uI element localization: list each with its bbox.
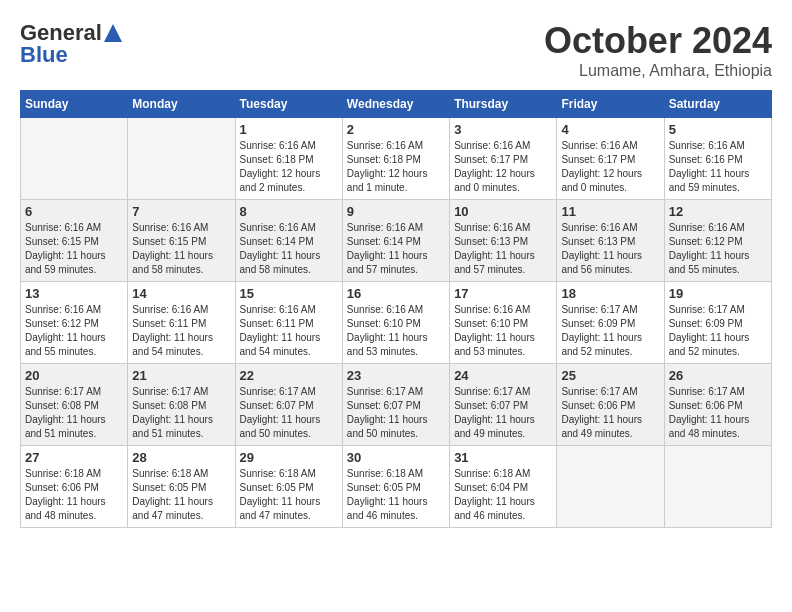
day-info: Sunrise: 6:16 AM Sunset: 6:14 PM Dayligh…: [240, 221, 338, 277]
day-number: 20: [25, 368, 123, 383]
calendar-cell: [557, 446, 664, 528]
calendar-cell: 10Sunrise: 6:16 AM Sunset: 6:13 PM Dayli…: [450, 200, 557, 282]
day-info: Sunrise: 6:16 AM Sunset: 6:12 PM Dayligh…: [669, 221, 767, 277]
header-friday: Friday: [557, 91, 664, 118]
day-number: 25: [561, 368, 659, 383]
calendar-cell: 16Sunrise: 6:16 AM Sunset: 6:10 PM Dayli…: [342, 282, 449, 364]
calendar-cell: 20Sunrise: 6:17 AM Sunset: 6:08 PM Dayli…: [21, 364, 128, 446]
day-info: Sunrise: 6:17 AM Sunset: 6:08 PM Dayligh…: [25, 385, 123, 441]
calendar-week-row: 20Sunrise: 6:17 AM Sunset: 6:08 PM Dayli…: [21, 364, 772, 446]
day-number: 6: [25, 204, 123, 219]
day-info: Sunrise: 6:17 AM Sunset: 6:07 PM Dayligh…: [347, 385, 445, 441]
day-number: 14: [132, 286, 230, 301]
calendar-cell: [664, 446, 771, 528]
calendar-table: Sunday Monday Tuesday Wednesday Thursday…: [20, 90, 772, 528]
day-number: 18: [561, 286, 659, 301]
calendar-cell: 23Sunrise: 6:17 AM Sunset: 6:07 PM Dayli…: [342, 364, 449, 446]
calendar-cell: 13Sunrise: 6:16 AM Sunset: 6:12 PM Dayli…: [21, 282, 128, 364]
calendar-cell: 7Sunrise: 6:16 AM Sunset: 6:15 PM Daylig…: [128, 200, 235, 282]
day-info: Sunrise: 6:16 AM Sunset: 6:18 PM Dayligh…: [240, 139, 338, 195]
day-info: Sunrise: 6:17 AM Sunset: 6:08 PM Dayligh…: [132, 385, 230, 441]
day-number: 16: [347, 286, 445, 301]
day-info: Sunrise: 6:17 AM Sunset: 6:06 PM Dayligh…: [561, 385, 659, 441]
calendar-cell: 14Sunrise: 6:16 AM Sunset: 6:11 PM Dayli…: [128, 282, 235, 364]
day-info: Sunrise: 6:16 AM Sunset: 6:14 PM Dayligh…: [347, 221, 445, 277]
location-title: Lumame, Amhara, Ethiopia: [544, 62, 772, 80]
calendar-cell: 12Sunrise: 6:16 AM Sunset: 6:12 PM Dayli…: [664, 200, 771, 282]
calendar-cell: 25Sunrise: 6:17 AM Sunset: 6:06 PM Dayli…: [557, 364, 664, 446]
day-number: 2: [347, 122, 445, 137]
month-title: October 2024: [544, 20, 772, 62]
calendar-cell: 22Sunrise: 6:17 AM Sunset: 6:07 PM Dayli…: [235, 364, 342, 446]
calendar-cell: [128, 118, 235, 200]
day-number: 4: [561, 122, 659, 137]
header-thursday: Thursday: [450, 91, 557, 118]
header-saturday: Saturday: [664, 91, 771, 118]
calendar-cell: 19Sunrise: 6:17 AM Sunset: 6:09 PM Dayli…: [664, 282, 771, 364]
day-info: Sunrise: 6:18 AM Sunset: 6:04 PM Dayligh…: [454, 467, 552, 523]
day-info: Sunrise: 6:16 AM Sunset: 6:17 PM Dayligh…: [561, 139, 659, 195]
day-info: Sunrise: 6:16 AM Sunset: 6:11 PM Dayligh…: [132, 303, 230, 359]
calendar-cell: [21, 118, 128, 200]
day-number: 26: [669, 368, 767, 383]
day-info: Sunrise: 6:16 AM Sunset: 6:11 PM Dayligh…: [240, 303, 338, 359]
calendar-week-row: 1Sunrise: 6:16 AM Sunset: 6:18 PM Daylig…: [21, 118, 772, 200]
day-number: 22: [240, 368, 338, 383]
day-number: 1: [240, 122, 338, 137]
day-number: 7: [132, 204, 230, 219]
day-info: Sunrise: 6:16 AM Sunset: 6:16 PM Dayligh…: [669, 139, 767, 195]
calendar-cell: 2Sunrise: 6:16 AM Sunset: 6:18 PM Daylig…: [342, 118, 449, 200]
svg-marker-0: [104, 24, 122, 42]
day-number: 17: [454, 286, 552, 301]
calendar-cell: 1Sunrise: 6:16 AM Sunset: 6:18 PM Daylig…: [235, 118, 342, 200]
day-info: Sunrise: 6:18 AM Sunset: 6:06 PM Dayligh…: [25, 467, 123, 523]
day-number: 10: [454, 204, 552, 219]
day-info: Sunrise: 6:16 AM Sunset: 6:10 PM Dayligh…: [454, 303, 552, 359]
page-header: General Blue October 2024 Lumame, Amhara…: [20, 20, 772, 80]
calendar-cell: 3Sunrise: 6:16 AM Sunset: 6:17 PM Daylig…: [450, 118, 557, 200]
calendar-cell: 30Sunrise: 6:18 AM Sunset: 6:05 PM Dayli…: [342, 446, 449, 528]
header-tuesday: Tuesday: [235, 91, 342, 118]
title-section: October 2024 Lumame, Amhara, Ethiopia: [544, 20, 772, 80]
calendar-cell: 6Sunrise: 6:16 AM Sunset: 6:15 PM Daylig…: [21, 200, 128, 282]
day-info: Sunrise: 6:17 AM Sunset: 6:09 PM Dayligh…: [669, 303, 767, 359]
logo-icon: [102, 22, 124, 44]
calendar-cell: 15Sunrise: 6:16 AM Sunset: 6:11 PM Dayli…: [235, 282, 342, 364]
day-info: Sunrise: 6:16 AM Sunset: 6:13 PM Dayligh…: [454, 221, 552, 277]
calendar-cell: 27Sunrise: 6:18 AM Sunset: 6:06 PM Dayli…: [21, 446, 128, 528]
day-number: 5: [669, 122, 767, 137]
day-number: 3: [454, 122, 552, 137]
day-number: 23: [347, 368, 445, 383]
day-info: Sunrise: 6:16 AM Sunset: 6:12 PM Dayligh…: [25, 303, 123, 359]
calendar-week-row: 27Sunrise: 6:18 AM Sunset: 6:06 PM Dayli…: [21, 446, 772, 528]
day-info: Sunrise: 6:16 AM Sunset: 6:15 PM Dayligh…: [132, 221, 230, 277]
calendar-cell: 29Sunrise: 6:18 AM Sunset: 6:05 PM Dayli…: [235, 446, 342, 528]
day-info: Sunrise: 6:18 AM Sunset: 6:05 PM Dayligh…: [132, 467, 230, 523]
calendar-cell: 31Sunrise: 6:18 AM Sunset: 6:04 PM Dayli…: [450, 446, 557, 528]
day-number: 29: [240, 450, 338, 465]
logo: General Blue: [20, 20, 124, 68]
calendar-cell: 5Sunrise: 6:16 AM Sunset: 6:16 PM Daylig…: [664, 118, 771, 200]
calendar-cell: 11Sunrise: 6:16 AM Sunset: 6:13 PM Dayli…: [557, 200, 664, 282]
calendar-cell: 26Sunrise: 6:17 AM Sunset: 6:06 PM Dayli…: [664, 364, 771, 446]
day-number: 27: [25, 450, 123, 465]
day-info: Sunrise: 6:16 AM Sunset: 6:17 PM Dayligh…: [454, 139, 552, 195]
day-info: Sunrise: 6:16 AM Sunset: 6:10 PM Dayligh…: [347, 303, 445, 359]
calendar-cell: 8Sunrise: 6:16 AM Sunset: 6:14 PM Daylig…: [235, 200, 342, 282]
day-number: 24: [454, 368, 552, 383]
day-info: Sunrise: 6:18 AM Sunset: 6:05 PM Dayligh…: [240, 467, 338, 523]
day-number: 12: [669, 204, 767, 219]
calendar-cell: 28Sunrise: 6:18 AM Sunset: 6:05 PM Dayli…: [128, 446, 235, 528]
day-info: Sunrise: 6:18 AM Sunset: 6:05 PM Dayligh…: [347, 467, 445, 523]
day-info: Sunrise: 6:17 AM Sunset: 6:06 PM Dayligh…: [669, 385, 767, 441]
calendar-cell: 9Sunrise: 6:16 AM Sunset: 6:14 PM Daylig…: [342, 200, 449, 282]
header-wednesday: Wednesday: [342, 91, 449, 118]
day-info: Sunrise: 6:16 AM Sunset: 6:15 PM Dayligh…: [25, 221, 123, 277]
calendar-cell: 24Sunrise: 6:17 AM Sunset: 6:07 PM Dayli…: [450, 364, 557, 446]
day-number: 21: [132, 368, 230, 383]
day-number: 30: [347, 450, 445, 465]
day-number: 13: [25, 286, 123, 301]
calendar-week-row: 6Sunrise: 6:16 AM Sunset: 6:15 PM Daylig…: [21, 200, 772, 282]
calendar-header-row: Sunday Monday Tuesday Wednesday Thursday…: [21, 91, 772, 118]
day-info: Sunrise: 6:17 AM Sunset: 6:09 PM Dayligh…: [561, 303, 659, 359]
